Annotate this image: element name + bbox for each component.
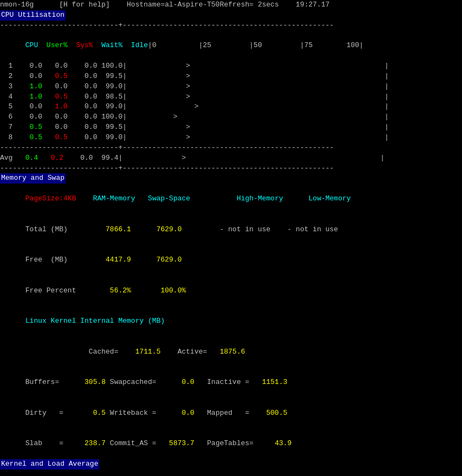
linux-kernel-label: Linux Kernel Internal Memory (MB) <box>0 306 462 337</box>
cpu-row-3: 3 1.0 0.0 0.0 99.0| > | <box>0 82 462 92</box>
cpu-row-8: 8 0.5 0.5 0.0 99.0| > | <box>0 133 462 143</box>
memory-free-row: Free (MB) 4417.9 7629.0 <box>0 245 462 276</box>
memory-percent-row: Free Percent 56.2% 100.0% <box>0 276 462 307</box>
title-bar: nmon-16g [H for help] Hostname=al-Aspire… <box>0 0 462 10</box>
cpu-divider2: ----------------------------+-----------… <box>0 143 462 153</box>
memory-buffers-row: Buffers= 305.8 Swapcached= 0.0 Inactive … <box>0 367 462 398</box>
terminal-screen: nmon-16g [H for help] Hostname=al-Aspire… <box>0 0 462 476</box>
cpu-row-7: 7 0.5 0.0 0.0 99.5| > | <box>0 122 462 133</box>
cpu-row-6: 6 0.0 0.0 0.0 100.0| > | <box>0 112 462 122</box>
memory-col-header: PageSize:4KB RAM-Memory Swap-Space High-… <box>0 184 462 214</box>
cpu-divider3: ----------------------------+-----------… <box>0 164 462 174</box>
cpu-row-2: 2 0.0 0.5 0.0 99.5| > | <box>0 71 462 82</box>
memory-total-row: Total (MB) 7866.1 7629.0 - not in use - … <box>0 214 462 245</box>
cpu-col-header: CPU User% Sys% Wait% Idle|0 |25 |50 |75 … <box>0 31 462 62</box>
kernel-section-header: Kernel and Load Average <box>0 459 99 470</box>
cpu-divider1: ----------------------------+-----------… <box>0 21 462 31</box>
kernel-section: Kernel and Load Average Global-CPU-Stats… <box>0 459 462 476</box>
cpu-avg-row: Avg 0.4 0.2 0.0 99.4| > | <box>0 153 462 164</box>
cpu-section-header: CPU Utilisation <box>0 10 66 21</box>
memory-cached-row: Cached= 1711.5 Active= 1875.6 <box>0 337 462 368</box>
cpu-section: CPU Utilisation ------------------------… <box>0 10 462 174</box>
memory-slab-row: Slab = 238.7 Commit_AS = 5873.7 PageTabl… <box>0 428 462 459</box>
kernel-global-row: Global-CPU-Stats---> 3.0% user Load Aver… <box>0 470 462 476</box>
cpu-row-1: 1 0.0 0.0 0.0 100.0| > | <box>0 61 462 71</box>
memory-dirty-row: Dirty = 0.5 Writeback = 0.0 Mapped = 500… <box>0 398 462 429</box>
cpu-row-5: 5 0.0 1.0 0.0 99.0| > | <box>0 102 462 112</box>
cpu-row-4: 4 1.0 0.5 0.0 98.5| > | <box>0 92 462 102</box>
memory-section-header: Memory and Swap <box>0 173 66 184</box>
memory-section: Memory and Swap PageSize:4KB RAM-Memory … <box>0 173 462 459</box>
